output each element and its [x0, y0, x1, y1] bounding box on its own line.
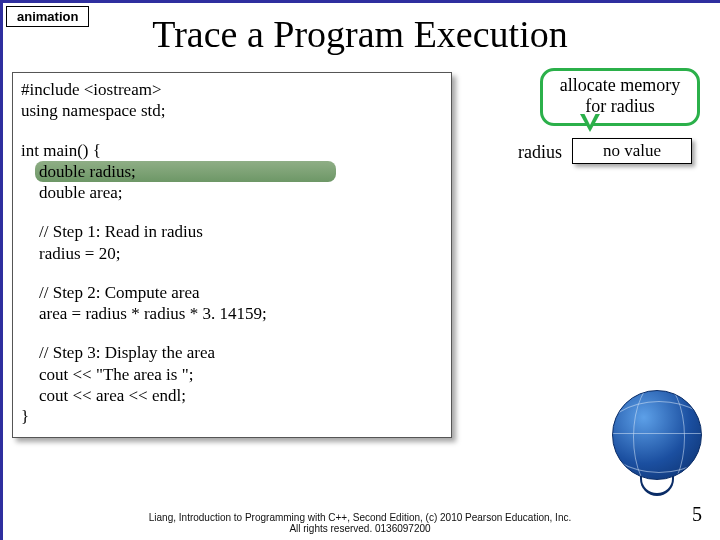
slide-title: Trace a Program Execution: [0, 12, 720, 56]
code-line: cout << "The area is ";: [21, 364, 443, 385]
globe-icon: [602, 390, 712, 500]
code-line: // Step 2: Compute area: [21, 282, 443, 303]
code-line-highlighted: double radius;: [21, 161, 443, 182]
code-line: radius = 20;: [21, 243, 443, 264]
page-number: 5: [692, 503, 702, 526]
footer-line: All rights reserved. 0136097200: [0, 523, 720, 534]
memory-var-box: no value: [572, 138, 692, 164]
slide-top-border: [0, 0, 720, 3]
callout-text: for radius: [547, 96, 693, 117]
code-line: #include <iostream>: [21, 79, 443, 100]
callout-tail-icon: [580, 114, 600, 132]
code-line: int main() {: [21, 140, 443, 161]
code-line: area = radius * radius * 3. 14159;: [21, 303, 443, 324]
callout-bubble: allocate memory for radius: [540, 68, 700, 126]
slide-left-border: [0, 0, 3, 540]
code-line: using namespace std;: [21, 100, 443, 121]
footer-citation: Liang, Introduction to Programming with …: [0, 512, 720, 534]
code-line: }: [21, 406, 443, 427]
code-line: // Step 1: Read in radius: [21, 221, 443, 242]
code-line: double area;: [21, 182, 443, 203]
memory-var-label: radius: [518, 142, 562, 163]
footer-line: Liang, Introduction to Programming with …: [0, 512, 720, 523]
code-block: #include <iostream> using namespace std;…: [12, 72, 452, 438]
code-line: cout << area << endl;: [21, 385, 443, 406]
code-line: // Step 3: Display the area: [21, 342, 443, 363]
callout-text: allocate memory: [547, 75, 693, 96]
